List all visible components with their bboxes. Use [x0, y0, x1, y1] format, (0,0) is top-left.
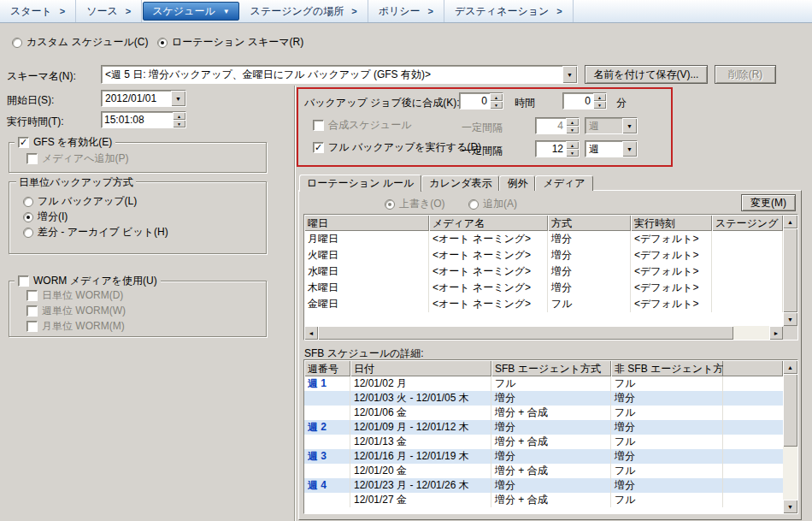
vertical-scrollbar[interactable]: ▲ ▼ — [783, 360, 797, 513]
scroll-up-button[interactable]: ▲ — [783, 360, 797, 374]
wizard-tab-policy[interactable]: ポリシー > — [368, 0, 444, 22]
incremental-radio[interactable]: 増分(I) — [23, 210, 68, 224]
wizard-tab-source[interactable]: ソース > — [76, 0, 142, 22]
radio-icon — [23, 228, 33, 238]
scrollbar-track[interactable] — [318, 326, 769, 340]
scheme-name-combobox[interactable]: <週 5 日: 増分バックアップ、金曜日にフル バックアップ (GFS 有効)>… — [101, 65, 578, 84]
table-row[interactable]: 木曜日<オート ネーミング>増分<デフォルト> — [304, 280, 783, 296]
table-row[interactable]: 12/01/20 金増分 + 合成フル — [304, 464, 783, 478]
dropdown-button[interactable]: ▼ — [622, 118, 637, 133]
custom-schedule-radio[interactable]: カスタム スケジュール(C) — [12, 35, 149, 50]
worm-daily-checkbox[interactable]: 日単位 WORM(D) — [26, 288, 123, 303]
full-interval-spinner[interactable]: 12 ▲ ▼ — [535, 140, 580, 157]
exec-time-spinner[interactable]: 15:01:08 ▲ ▼ — [101, 111, 186, 128]
spin-down-button[interactable]: ▼ — [173, 120, 185, 127]
append-media-checkbox[interactable]: メディアへ追加(P) — [26, 151, 128, 166]
spin-up-button[interactable]: ▲ — [566, 141, 579, 149]
synth-interval-spinner[interactable]: 4 ▲ ▼ — [535, 117, 580, 134]
dropdown-arrow-icon: ▼ — [567, 72, 573, 78]
wizard-tab-staging-location[interactable]: ステージングの場所 > — [240, 0, 368, 22]
start-date-picker[interactable]: 2012/01/01 ▼ — [101, 90, 186, 107]
header-cell[interactable]: 実行時刻 — [631, 215, 712, 231]
tab-arrow-icon: > — [351, 6, 356, 16]
scrollbar-track[interactable] — [783, 228, 797, 312]
header-cell[interactable]: メディア名 — [429, 215, 548, 231]
wizard-tab-schedule[interactable]: スケジュール ▼ — [143, 2, 238, 21]
full-unit-dropdown[interactable]: 週 ▼ — [585, 140, 638, 157]
synth-unit-dropdown[interactable]: 週 ▼ — [585, 117, 638, 134]
vertical-scrollbar[interactable]: ▲ ▼ — [783, 215, 797, 326]
dropdown-button[interactable]: ▼ — [562, 66, 577, 83]
table-row[interactable]: 月曜日<オート ネーミング>増分<デフォルト> — [304, 231, 783, 247]
synth-schedule-label: 合成スケジュール — [328, 118, 411, 133]
table-row[interactable]: 水曜日<オート ネーミング>増分<デフォルト> — [304, 263, 783, 280]
scrollbar-thumb[interactable] — [783, 374, 797, 447]
save-as-button[interactable]: 名前を付けて保存(V)... — [585, 65, 708, 84]
synth-schedule-checkbox[interactable]: 合成スケジュール — [313, 118, 411, 133]
spin-up-button[interactable]: ▲ — [173, 112, 185, 120]
spin-up-button[interactable]: ▲ — [566, 118, 579, 126]
header-cell[interactable]: SFB エージェント方式 — [491, 360, 611, 376]
header-cell[interactable]: 方式 — [548, 215, 631, 231]
tab-exceptions[interactable]: 例外 — [499, 175, 535, 191]
table-row[interactable]: 火曜日<オート ネーミング>増分<デフォルト> — [304, 247, 783, 263]
scroll-down-button[interactable]: ▼ — [783, 312, 797, 326]
table-cell: <オート ネーミング> — [429, 263, 548, 280]
change-button[interactable]: 変更(M) — [741, 194, 796, 211]
tab-rotation-rules[interactable]: ローテーション ルール — [299, 175, 421, 192]
scroll-up-button[interactable]: ▲ — [783, 215, 797, 228]
consolidate-minutes-spinner[interactable]: 0 ▲ ▼ — [562, 92, 607, 110]
horizontal-scrollbar[interactable]: ◄ ► — [304, 326, 783, 340]
append-radio[interactable]: 追加(A) — [468, 197, 517, 211]
header-cell[interactable]: 週番号 — [304, 360, 350, 376]
checkbox-icon — [26, 321, 38, 332]
differential-radio[interactable]: 差分 - アーカイブ ビット(H) — [23, 225, 168, 240]
scroll-down-button[interactable]: ▼ — [783, 500, 797, 513]
header-cell[interactable]: 非 SFB エージェント方... — [611, 360, 723, 376]
tab-calendar-view[interactable]: カレンダ表示 — [421, 175, 499, 191]
consolidate-hours-spinner[interactable]: 0 ▲ ▼ — [459, 92, 503, 110]
wizard-tab-start[interactable]: スタート > — [0, 0, 76, 22]
table-row[interactable]: 12/01/27 金増分 + 合成フル — [304, 493, 783, 507]
gfs-enable-checkbox[interactable]: ✓ GFS を有効化(E) — [18, 135, 112, 150]
scrollbar-thumb[interactable] — [783, 228, 797, 312]
spin-down-button[interactable]: ▼ — [566, 126, 579, 133]
spin-down-button[interactable]: ▼ — [566, 149, 579, 157]
header-cell[interactable]: ステージング — [712, 215, 783, 231]
table-row[interactable]: 週 212/01/09 月 - 12/01/12 木増分増分 — [304, 420, 783, 435]
scroll-left-button[interactable]: ◄ — [304, 326, 318, 340]
spin-up-button[interactable]: ▲ — [490, 93, 503, 101]
table-row[interactable]: 12/01/13 金増分 + 合成フル — [304, 435, 783, 449]
table-row[interactable]: 週 412/01/23 月 - 12/01/26 木増分増分 — [304, 478, 783, 493]
tab-media[interactable]: メディア — [535, 175, 592, 191]
checkbox-icon: ✓ — [313, 142, 324, 153]
spin-down-button[interactable]: ▼ — [593, 101, 606, 109]
scrollbar-track[interactable] — [783, 374, 797, 500]
synth-unit-value: 週 — [585, 118, 622, 133]
worm-use-checkbox[interactable]: WORM メディアを使用(U) — [18, 274, 157, 288]
dropdown-button[interactable]: ▼ — [622, 141, 637, 157]
table-row[interactable]: 週 112/01/02 月フルフル — [304, 376, 783, 391]
header-cell[interactable]: 曜日 — [304, 215, 429, 231]
wizard-tab-destination[interactable]: デスティネーション > — [444, 0, 574, 22]
worm-weekly-checkbox[interactable]: 週単位 WORM(W) — [26, 304, 126, 318]
scroll-right-button[interactable]: ► — [769, 326, 783, 340]
full-backup-radio[interactable]: フル バックアップ(L) — [23, 194, 137, 209]
overwrite-radio[interactable]: 上書き(O) — [385, 197, 445, 211]
table-row[interactable]: 金曜日<オート ネーミング>フル<デフォルト> — [304, 296, 783, 312]
spin-down-button[interactable]: ▼ — [490, 101, 503, 109]
scrollbar-thumb[interactable] — [318, 326, 733, 340]
checkbox-icon — [18, 275, 29, 287]
tab-label: メディア — [543, 176, 585, 191]
worm-monthly-checkbox[interactable]: 月単位 WORM(M) — [26, 319, 125, 334]
dropdown-button[interactable]: ▼ — [171, 91, 185, 106]
delete-button[interactable]: 削除(R) — [715, 65, 776, 84]
spin-up-button[interactable]: ▲ — [593, 93, 606, 101]
full-backup-exec-checkbox[interactable]: ✓ フル バックアップを実行する(D) — [313, 140, 481, 155]
rotation-scheme-radio[interactable]: ローテーション スキーマ(R) — [157, 35, 303, 50]
table-row[interactable]: 12/01/03 火 - 12/01/05 木増分増分 — [304, 391, 783, 406]
table-row[interactable]: 12/01/06 金増分 + 合成フル — [304, 406, 783, 420]
exec-time-label: 実行時間(T): — [7, 115, 64, 129]
header-cell[interactable]: 日付 — [350, 360, 491, 376]
table-row[interactable]: 週 312/01/16 月 - 12/01/19 木増分増分 — [304, 449, 783, 464]
